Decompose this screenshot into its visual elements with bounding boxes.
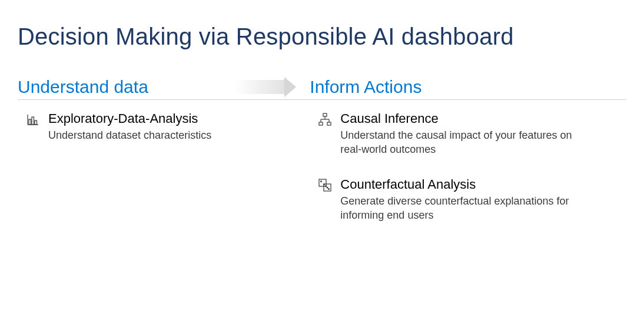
item-title: Causal Inference: [340, 111, 591, 127]
svg-rect-7: [327, 122, 331, 125]
item-title: Counterfactual Analysis: [340, 176, 591, 193]
column-heading-right: Inform Actions: [310, 77, 421, 97]
item-desc: Understand the causal impact of your fea…: [340, 128, 591, 157]
svg-rect-5: [323, 113, 327, 116]
svg-rect-4: [35, 121, 37, 125]
item-desc: Understand dataset characteristics: [48, 128, 274, 142]
svg-rect-2: [29, 119, 31, 125]
list-item: Causal Inference Understand the causal i…: [310, 111, 626, 156]
svg-rect-3: [32, 117, 34, 125]
dice-icon: [318, 178, 332, 192]
list-item: Exploratory-Data-Analysis Understand dat…: [18, 111, 310, 142]
arrow-icon: [234, 78, 299, 96]
bar-chart-icon: [26, 112, 40, 126]
svg-point-18: [327, 187, 328, 188]
column-understand-data: Understand data Exploratory-Data-: [18, 77, 310, 242]
column-heading-left: Understand data: [18, 77, 148, 97]
svg-rect-12: [319, 179, 326, 186]
column-inform-actions: Inform Actions Causal Inference Understa…: [310, 77, 626, 242]
column-header-row: Inform Actions: [310, 77, 626, 100]
column-header-row: Understand data: [18, 77, 310, 100]
svg-rect-6: [319, 122, 323, 125]
svg-point-17: [328, 189, 330, 190]
columns-container: Understand data Exploratory-Data-: [18, 77, 626, 242]
page-title: Decision Making via Responsible AI dashb…: [18, 24, 626, 50]
item-title: Exploratory-Data-Analysis: [48, 111, 274, 127]
list-item: Counterfactual Analysis Generate diverse…: [310, 176, 626, 222]
svg-point-16: [326, 186, 327, 187]
hierarchy-icon: [318, 112, 332, 126]
svg-point-13: [321, 181, 322, 182]
item-desc: Generate diverse counterfactual explanat…: [340, 194, 591, 223]
